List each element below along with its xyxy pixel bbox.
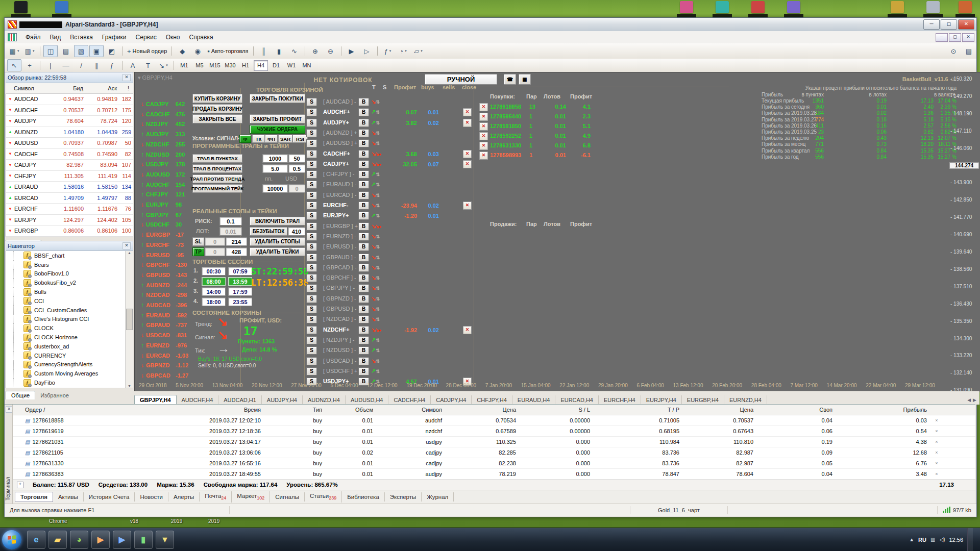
market-watch-row[interactable]: ▼CHFJPY111.305111.419114 xyxy=(6,171,133,182)
buy-pair-button[interactable]: B xyxy=(358,233,369,241)
sell-pair-button[interactable]: S xyxy=(306,233,317,241)
buy-pair-button[interactable]: B xyxy=(358,129,369,137)
close-order-button[interactable]: × xyxy=(931,461,946,466)
buy-pair-button[interactable]: B xyxy=(358,212,369,220)
sell-pair-button[interactable]: S xyxy=(306,295,317,303)
new-order-button[interactable]: +Новый ордер xyxy=(126,45,168,57)
navigator-item[interactable]: ƒBears xyxy=(6,260,133,269)
condition-option-sar[interactable]: SAR xyxy=(278,135,292,143)
buy-pair-button[interactable]: B xyxy=(358,305,369,313)
desktop-icon[interactable] xyxy=(959,1,972,13)
zoom-in-button[interactable]: ⊕ xyxy=(308,45,323,57)
market-watch-row[interactable]: ▼AUDUSD0.709370.7098750 xyxy=(6,138,133,149)
profiles-button[interactable]: ▥▾ xyxy=(22,45,37,57)
close-icon[interactable]: ✕ xyxy=(122,242,131,249)
sell-pair-button[interactable]: S xyxy=(306,284,317,292)
scroll-down-icon[interactable]: ▼ xyxy=(128,384,131,388)
chart-tab[interactable]: EURNZD,H4 xyxy=(724,395,767,405)
chart-icon[interactable] xyxy=(8,33,17,41)
buy-pair-button[interactable]: B xyxy=(358,326,369,334)
navigator-item[interactable]: ƒCCI_CustomCandles xyxy=(6,306,133,315)
session-start-input[interactable]: 00:30 xyxy=(202,267,226,276)
trail-value-1[interactable]: 1000 xyxy=(262,154,288,163)
autotrading-button[interactable]: ▪Авто-торговля xyxy=(206,45,250,57)
delete-takes-button[interactable]: УДАЛИТЬ ТЕЙКИ xyxy=(250,247,305,256)
terminal-tab-алерты[interactable]: Алерты xyxy=(168,492,200,502)
navigator-item[interactable]: ƒCustom Moving Averages xyxy=(6,369,133,378)
buy-pair-button[interactable]: B xyxy=(358,222,369,231)
lot-input[interactable]: 0.01 xyxy=(219,227,242,236)
sell-pair-button[interactable]: S xyxy=(306,181,317,189)
navigator-scrollbar[interactable]: ▲▼ xyxy=(125,251,133,388)
delete-stops-button[interactable]: УДАЛИТЬ СТОПЫ xyxy=(250,237,305,246)
tab-common[interactable]: Общие xyxy=(6,391,35,399)
order-row[interactable]: ▤12786363832019.03.27 18:49:55buy0.01aud… xyxy=(13,469,975,480)
buy-pair-button[interactable]: B xyxy=(358,160,369,168)
session-end-input[interactable]: 17:59 xyxy=(228,287,252,296)
market-watch-row[interactable]: ▼AUDJPY78.60478.724120 xyxy=(6,116,133,127)
sell-pair-button[interactable]: S xyxy=(306,119,317,127)
templates-button[interactable]: ▱▾ xyxy=(411,45,426,57)
buy-pair-button[interactable]: B xyxy=(358,274,369,282)
chart-tab[interactable]: EURGBP,H4 xyxy=(682,395,724,405)
text-button[interactable]: A xyxy=(126,59,140,71)
close-pair-button[interactable]: ✕ xyxy=(463,160,472,168)
media-player-icon[interactable]: ▶ xyxy=(91,531,110,549)
condition-option-rsi[interactable]: RSI xyxy=(292,135,308,143)
buy-pair-button[interactable]: B xyxy=(358,315,369,323)
auto-scroll-button[interactable]: ▶ xyxy=(345,45,359,57)
sell-pair-button[interactable]: S xyxy=(306,243,317,251)
desktop-icon[interactable] xyxy=(680,1,693,13)
risk-input[interactable]: 0.1 xyxy=(219,217,242,226)
signals-button[interactable]: ◉ xyxy=(190,45,205,57)
arrows-button[interactable]: ↘▾ xyxy=(156,59,170,71)
sell-pair-button[interactable]: S xyxy=(306,170,317,179)
trail-value-2[interactable]: 0 xyxy=(288,184,305,193)
sell-pair-button[interactable]: S xyxy=(306,254,317,262)
session-end-input[interactable]: 07:59 xyxy=(228,267,252,276)
menu-item[interactable]: Вставка xyxy=(65,32,97,42)
buy-pair-button[interactable]: B xyxy=(358,367,369,375)
mdi-minimize-button[interactable]: ─ xyxy=(936,33,948,42)
horizontal-line-button[interactable]: — xyxy=(59,59,73,71)
close-position-button[interactable]: ✕ xyxy=(479,152,488,160)
language-indicator[interactable]: RU xyxy=(918,537,926,543)
trendline-button[interactable]: / xyxy=(74,59,88,71)
chart-area[interactable]: ▾ GBPJPY,H4 НЕТ КОТИРОВОК РУЧНОЙ ☎ ▦ Bas… xyxy=(134,72,980,392)
chart-tab[interactable]: CADJPY,H4 xyxy=(431,395,472,405)
tp-input-2[interactable]: 428 xyxy=(226,247,247,256)
market-watch-row[interactable]: ▲EURCAD1.497091.4979788 xyxy=(6,193,133,204)
sell-pair-button[interactable]: S xyxy=(306,108,317,116)
vertical-line-button[interactable]: | xyxy=(43,59,58,71)
terminal-tab-сигналы[interactable]: Сигналы xyxy=(270,492,305,502)
desktop-icon[interactable] xyxy=(926,1,940,13)
close-buys-button[interactable]: ЗАКРЫТЬ ПОКУПКИ xyxy=(250,94,305,103)
buy-pair-button[interactable]: B xyxy=(358,254,369,262)
terminal-tab-почта[interactable]: Почта24 xyxy=(200,491,232,502)
scroll-left-icon[interactable]: ◀ xyxy=(967,397,971,403)
navigator-item[interactable]: ƒBobokusFibo_v2 xyxy=(6,278,133,287)
mdi-restore-button[interactable]: ◻ xyxy=(949,33,961,42)
sell-pair-button[interactable]: S xyxy=(306,274,317,282)
timeframe-mn[interactable]: MN xyxy=(300,60,314,71)
column-header[interactable]: Ордер / xyxy=(25,407,102,413)
terminal-tab-журнал[interactable]: Журнал xyxy=(422,492,454,502)
internet-explorer-icon[interactable]: e xyxy=(27,531,45,549)
terminal-tab-новости[interactable]: Новости xyxy=(135,492,168,502)
buy-pair-button[interactable]: B xyxy=(358,336,369,344)
chrome-icon[interactable]: ◕ xyxy=(70,531,88,549)
sell-pair-button[interactable]: S xyxy=(306,191,317,199)
buy-pair-button[interactable]: B xyxy=(358,357,369,365)
session-start-input[interactable]: 18:00 xyxy=(202,297,226,306)
order-row[interactable]: ▤12786210312019.03.27 13:04:17buy0.01usd… xyxy=(13,437,975,447)
sell-pair-button[interactable]: S xyxy=(306,357,317,365)
timeframe-m30[interactable]: M30 xyxy=(223,60,237,71)
text-label-button[interactable]: T xyxy=(141,59,155,71)
close-profit-button[interactable]: ЗАКРЫТЬ ПРОФИТ xyxy=(250,114,305,123)
navigator-item[interactable]: ƒCCI xyxy=(6,296,133,306)
session-end-input[interactable]: 13:59 xyxy=(228,277,252,286)
metatrader-icon[interactable]: ▮ xyxy=(134,531,153,549)
clock[interactable]: 12:56 xyxy=(949,537,963,543)
periods-button[interactable]: ◔▾ xyxy=(396,45,410,57)
market-watch-row[interactable]: ▼CADJPY82.98783.094107 xyxy=(6,160,133,171)
